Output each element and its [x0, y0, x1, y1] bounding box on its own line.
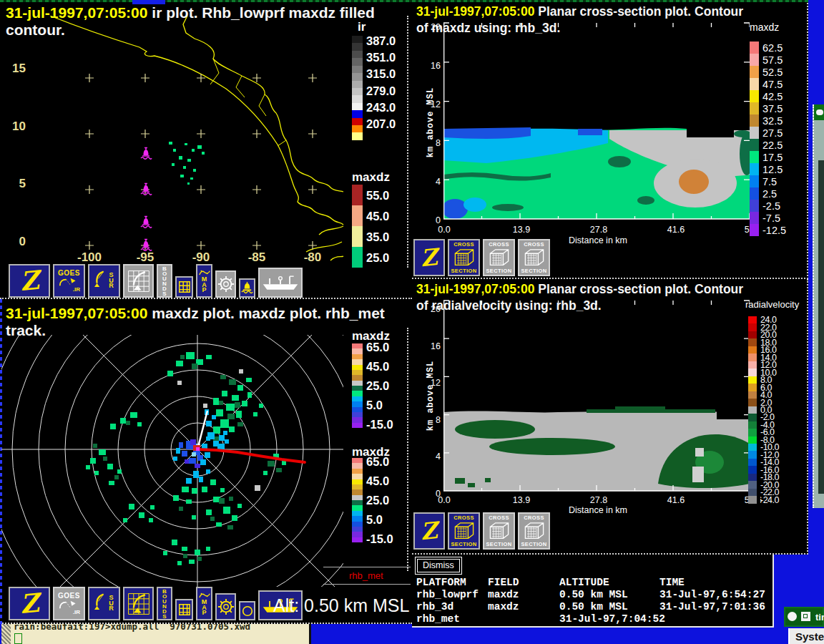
buoy-markers — [141, 147, 152, 250]
xsec-cube-button[interactable]: CROSSSECTION — [483, 512, 515, 550]
status-table-row: rhb_3dmaxdz0.50 km MSL31-Jul-97,7:01:36 — [416, 601, 771, 613]
ir-map-plot[interactable] — [0, 16, 345, 265]
xsec-maxdz-plot[interactable] — [443, 21, 750, 225]
xsec-radial-yaxis: 201612840 — [428, 309, 441, 494]
goes-ir-button[interactable]: GOES.IR — [53, 587, 85, 620]
grid-small-button[interactable] — [175, 599, 193, 620]
colorbar-tick: 5.0 — [366, 399, 383, 412]
xsec-maxdz-xaxis: 0.013.927.841.655.6 — [444, 225, 753, 235]
tim-window-titlebar[interactable]: tim — [784, 607, 824, 627]
ship-button[interactable] — [258, 268, 303, 298]
circle-button[interactable] — [239, 601, 255, 620]
buoy-icon — [240, 281, 254, 295]
zebra-logo-button[interactable]: Z — [413, 239, 445, 276]
radar-grid-button[interactable] — [123, 587, 154, 620]
ppi-radar-plot[interactable] — [1, 335, 343, 587]
gear-button[interactable] — [215, 270, 236, 298]
colorbar-swatches — [750, 42, 759, 236]
zebra-logo-button[interactable]: Z — [9, 587, 50, 620]
tim-window-title: tim — [815, 612, 824, 623]
goes-ir-icon: GOES.IR — [58, 270, 80, 293]
cross-section-cube-icon — [451, 522, 477, 541]
axis-tick-label: 8 — [436, 138, 441, 148]
xsec-cube-button[interactable]: CROSSSECTION — [448, 239, 480, 276]
colorbar-tick: 52.5 — [762, 67, 783, 78]
status-table-cell: TIME — [659, 577, 685, 588]
colorbar-tick: 45.0 — [366, 209, 389, 223]
status-table-cell: rhb_met — [416, 613, 460, 625]
colorbar-tick: -24.0 — [760, 495, 779, 505]
zebra-logo-button[interactable]: Z — [413, 512, 445, 550]
xsec-maxdz-colorbar: 62.557.552.547.542.537.532.527.522.517.5… — [750, 42, 762, 236]
wm-border-top — [0, 0, 808, 2]
buoy-button[interactable] — [239, 278, 255, 298]
colorbar-tick: 243.0 — [366, 100, 396, 114]
ppi-panel-toolbar: ZGOES.IRSURBOUNDSMAP — [9, 587, 303, 620]
window-menu-icon[interactable] — [816, 109, 823, 115]
radar-echoes — [86, 352, 286, 565]
maxdz-colorbar-label: maxdz — [352, 170, 390, 185]
xsec-cube-button[interactable]: CROSSSECTION — [518, 239, 550, 276]
map-button[interactable]: MAP — [196, 264, 212, 298]
longitude-axis: -100-95-90-85-80 — [89, 250, 313, 265]
gear-button[interactable] — [215, 593, 236, 620]
radar-sur-button[interactable]: SUR — [88, 264, 120, 298]
axis-tick-label: 15 — [12, 62, 26, 76]
ppi-panel-timestamp: 31-jul-1997,07:05:00 — [6, 305, 147, 321]
zebra-logo-icon: Z — [19, 591, 40, 616]
dismiss-button[interactable]: Dismiss — [415, 557, 462, 575]
xsec-radial-cbar-label: radialvelocity — [745, 299, 799, 310]
tim-window-body[interactable]: Syste — [788, 628, 824, 644]
status-table-cell: 31-Jul-97,7:01:36 — [659, 601, 765, 613]
cross-section-cube-icon — [486, 522, 512, 541]
xsec-maxdz-cbar-label: maxdz — [750, 21, 779, 33]
grid-small-button[interactable] — [175, 276, 193, 298]
colorbar-tick: 12.5 — [762, 164, 783, 175]
axis-tick-label: 20 — [431, 22, 441, 32]
side-window-titlebar[interactable] — [814, 104, 824, 120]
cross-section-cube-icon — [451, 248, 477, 268]
status-table-row: PLATFORMFIELDALTITUDETIME — [416, 577, 771, 589]
axis-tick-label: 41.6 — [667, 225, 685, 235]
colorbar-swatches — [352, 343, 363, 428]
goes-ir-icon: GOES.IR — [58, 592, 80, 615]
axis-tick-label: 4 — [436, 177, 441, 187]
side-window-partial[interactable] — [813, 104, 824, 508]
xsec-cube-button[interactable]: CROSSSECTION — [448, 512, 480, 550]
goes-ir-button[interactable]: GOES.IR — [53, 264, 85, 298]
radar-sur-button[interactable]: SUR — [88, 587, 120, 620]
window-iconify-icon[interactable] — [801, 612, 810, 621]
zebra-logo-button[interactable]: Z — [9, 264, 50, 298]
caribbean-coastline — [183, 16, 343, 192]
bounds-icon: BOUNDS — [162, 266, 167, 296]
ir-colorbar-label: ir — [358, 20, 366, 34]
radar-grid-button[interactable] — [123, 264, 154, 298]
terminal-scrollbar[interactable] — [1, 624, 11, 644]
colorbar-tick: 45.0 — [366, 474, 389, 487]
colorbar-tick: 35.0 — [366, 230, 389, 243]
colorbar-tick: 25.0 — [366, 250, 389, 264]
country-borders — [210, 59, 286, 146]
xsec-cube-button[interactable]: CROSSSECTION — [518, 512, 550, 550]
colorbar-swatches — [352, 185, 363, 268]
radar-grid-icon — [126, 268, 152, 295]
colorbar-tick: 5.0 — [366, 513, 383, 527]
bounds-button[interactable]: BOUNDS — [157, 587, 172, 620]
bounds-button[interactable]: BOUNDS — [157, 264, 172, 298]
status-table-cell: 0.50 km MSL — [559, 589, 628, 600]
xsec-radial-plot[interactable] — [443, 299, 750, 494]
zebra-logo-icon: Z — [420, 519, 438, 542]
colorbar-tick: 62.5 — [762, 42, 783, 54]
grid-icon — [178, 280, 191, 293]
ppi-panel-title: 31-jul-1997,07:05:00 maxdz plot. maxdz p… — [6, 305, 405, 338]
terminal-window[interactable]: rain:beaufait:197>xdump.all 970731.0705.… — [1, 624, 311, 644]
xsec-cube-button[interactable]: CROSSSECTION — [483, 239, 515, 276]
colorbar-tick: 45.0 — [366, 359, 389, 373]
map-button[interactable]: MAP — [196, 587, 212, 620]
colorbar-swatches — [748, 316, 757, 504]
status-table-cell: maxdz — [488, 589, 519, 600]
colorbar-tick: 32.5 — [762, 115, 783, 127]
axis-tick-label: 27.8 — [590, 225, 607, 235]
window-menu-icon[interactable] — [788, 612, 797, 621]
axis-tick-label: 13.9 — [513, 495, 530, 505]
